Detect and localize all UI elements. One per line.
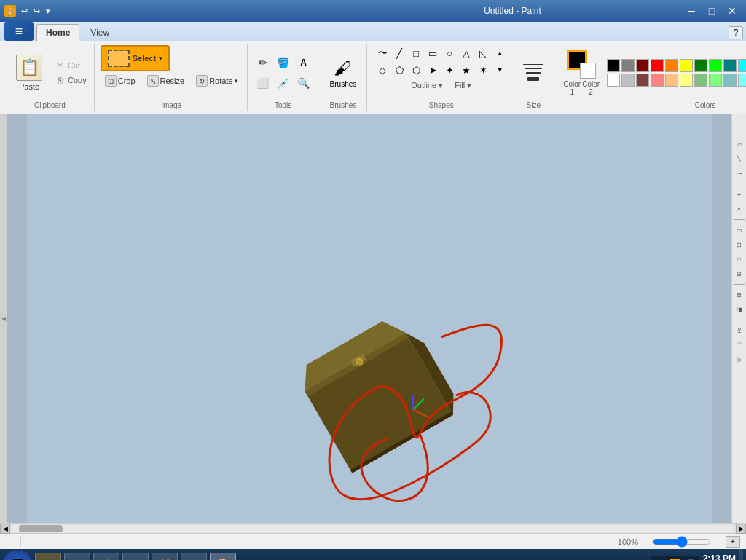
shape-star6[interactable]: ✶ xyxy=(475,62,491,78)
sidebar-tool-4[interactable]: 〜 xyxy=(734,167,745,179)
brushes-button[interactable]: 🖌 Brushes xyxy=(324,54,363,91)
file-menu-button[interactable]: ≡ xyxy=(4,22,34,41)
shape-curve[interactable]: 〜 xyxy=(374,45,390,61)
horizontal-scrollbar[interactable]: ◀ ▶ xyxy=(0,523,746,533)
color-swatch-21[interactable] xyxy=(709,74,722,87)
shape-arrow-r[interactable]: ➤ xyxy=(425,62,441,78)
shapes-scroll-up[interactable]: ▲ xyxy=(492,45,508,61)
select-button[interactable]: Select ▾ xyxy=(101,45,170,71)
zoom-in-button[interactable]: + xyxy=(726,536,740,548)
scroll-thumb[interactable] xyxy=(19,525,63,532)
color-swatch-22[interactable] xyxy=(723,74,737,87)
color-swatch-0[interactable] xyxy=(607,59,620,72)
sidebar-tool-15[interactable]: ⊃ xyxy=(734,354,745,366)
tab-view[interactable]: View xyxy=(81,24,119,41)
fill-tool[interactable]: 🪣 xyxy=(274,53,293,72)
color-swatch-8[interactable] xyxy=(723,59,737,72)
magnify-tool[interactable]: 🔍 xyxy=(294,74,313,92)
copy-button[interactable]: ⎘ Copy xyxy=(51,74,90,87)
taskbar-chrome[interactable]: ⊕ xyxy=(122,553,149,560)
shape-righttri[interactable]: ◺ xyxy=(475,45,491,61)
color-swatch-3[interactable] xyxy=(651,59,664,72)
color-swatch-4[interactable] xyxy=(665,59,678,72)
sidebar-tool-9[interactable]: □ xyxy=(734,253,745,265)
taskbar-paint[interactable]: 🎨 xyxy=(210,553,236,560)
show-desktop-button[interactable] xyxy=(739,549,743,560)
taskbar-zapzap[interactable]: ⚡ xyxy=(93,553,119,560)
tab-home[interactable]: Home xyxy=(36,24,79,41)
color-swatch-9[interactable] xyxy=(738,59,746,72)
sidebar-tool-14[interactable]: ⌒ xyxy=(734,339,745,351)
minimize-button[interactable]: ─ xyxy=(682,4,701,18)
maximize-button[interactable]: □ xyxy=(702,4,721,18)
shape-star4[interactable]: ✦ xyxy=(441,62,458,78)
color2-swatch[interactable] xyxy=(580,63,596,79)
cut-button[interactable]: ✂ Cut xyxy=(51,59,90,72)
sidebar-tool-11[interactable]: ⊠ xyxy=(734,289,745,301)
start-button[interactable]: ⊞ xyxy=(3,551,32,560)
size-line-3[interactable] xyxy=(526,72,541,74)
sidebar-tool-2[interactable]: ▱ xyxy=(734,138,745,150)
sidebar-tool-12[interactable]: ◨ xyxy=(734,304,745,315)
close-button[interactable]: ✕ xyxy=(723,4,742,18)
shape-roundrect[interactable]: ▭ xyxy=(425,45,441,61)
fill-button[interactable]: Fill ▾ xyxy=(450,79,476,92)
color-swatch-6[interactable] xyxy=(694,59,707,72)
sidebar-tool-6[interactable]: ✕ xyxy=(734,203,745,215)
text-tool[interactable]: A xyxy=(294,53,313,72)
shape-line[interactable]: ╱ xyxy=(391,45,407,61)
shape-hexagon[interactable]: ⬡ xyxy=(408,62,424,78)
help-button[interactable]: ? xyxy=(729,26,743,39)
scroll-right-btn[interactable]: ▶ xyxy=(736,524,746,534)
shape-star5[interactable]: ★ xyxy=(458,62,474,78)
shape-ellipse[interactable]: ○ xyxy=(441,45,458,61)
shape-rect[interactable]: □ xyxy=(408,45,424,61)
color-swatch-23[interactable] xyxy=(738,74,746,87)
shape-diamond[interactable]: ◇ xyxy=(374,62,390,78)
shapes-scroll-down[interactable]: ▼ xyxy=(492,62,508,78)
size-line-2[interactable] xyxy=(525,68,542,69)
sidebar-tool-8[interactable]: ⊡ xyxy=(734,239,745,251)
color-swatch-2[interactable] xyxy=(636,59,649,72)
quick-access-redo[interactable]: ↪ xyxy=(31,6,42,17)
size-line-4[interactable] xyxy=(527,77,539,81)
quick-access-undo[interactable]: ↩ xyxy=(19,6,30,17)
sidebar-tool-5[interactable]: ✦ xyxy=(734,189,745,200)
taskbar-vlc[interactable]: ▶ xyxy=(35,553,61,560)
scroll-left-btn[interactable]: ◀ xyxy=(0,524,10,534)
sidebar-tool-7[interactable]: ▭ xyxy=(734,224,745,236)
taskbar-clock[interactable]: 2:13 PM 10/6/2013 xyxy=(703,553,736,560)
color-swatch-1[interactable] xyxy=(621,59,635,72)
taskbar-firefox[interactable]: 🦊 xyxy=(152,553,178,560)
sidebar-tool-3[interactable]: ╲ xyxy=(734,153,745,165)
quick-access-dropdown[interactable]: ▾ xyxy=(44,6,52,17)
crop-button[interactable]: ⊡ Crop xyxy=(101,74,140,88)
canvas[interactable] xyxy=(27,114,712,523)
resize-button[interactable]: ⤡ Resize xyxy=(143,74,189,88)
color-swatch-19[interactable] xyxy=(680,74,693,87)
outline-button[interactable]: Outline ▾ xyxy=(407,79,447,92)
pencil-tool[interactable]: ✏ xyxy=(254,53,272,72)
canvas-container[interactable] xyxy=(7,114,731,523)
color-picker-tool[interactable]: 💉 xyxy=(274,74,293,92)
shape-pentagon[interactable]: ⬠ xyxy=(391,62,407,78)
taskbar-redapp[interactable]: ● xyxy=(181,553,207,560)
paste-button[interactable]: 📋 Paste xyxy=(10,52,48,94)
color-swatch-17[interactable] xyxy=(651,74,664,87)
color-swatch-7[interactable] xyxy=(709,59,722,72)
left-resize-handle[interactable]: ◀ xyxy=(0,114,7,523)
taskbar-folder[interactable]: 📁 xyxy=(64,553,90,560)
color-swatch-18[interactable] xyxy=(665,74,678,87)
sidebar-tool-10[interactable]: ⊟ xyxy=(734,268,745,280)
size-line-1[interactable] xyxy=(523,64,543,65)
color-swatch-20[interactable] xyxy=(694,74,707,87)
color-swatch-14[interactable] xyxy=(607,74,620,87)
rotate-button[interactable]: ↻ Rotate ▾ xyxy=(192,74,242,88)
color-swatch-5[interactable] xyxy=(680,59,693,72)
zoom-slider[interactable] xyxy=(653,537,711,546)
shape-triangle[interactable]: △ xyxy=(458,45,474,61)
eraser-tool[interactable]: ⬜ xyxy=(254,74,272,92)
sidebar-tool-1[interactable]: ⋯ xyxy=(734,124,745,135)
color-swatch-16[interactable] xyxy=(636,74,649,87)
color-swatch-15[interactable] xyxy=(621,74,635,87)
